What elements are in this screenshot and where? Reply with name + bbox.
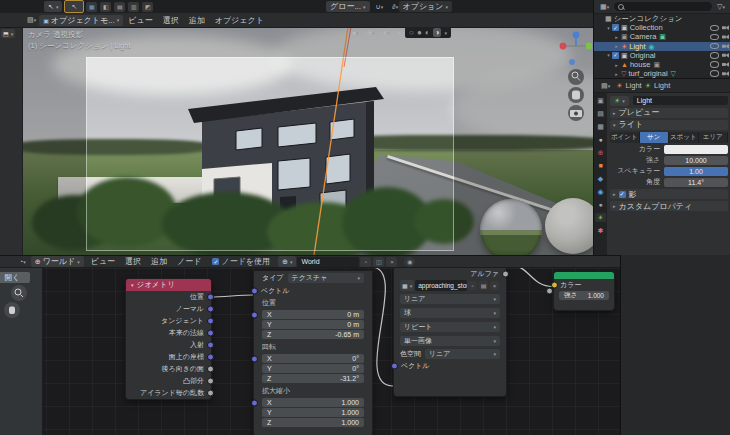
mapping-拡大縮小-X-field[interactable]: X1.000 — [262, 398, 364, 407]
geometry-output-socket[interactable] — [207, 330, 214, 337]
pin-icon[interactable]: ◉ — [404, 257, 415, 267]
mode-toggle-icon-1[interactable]: ▦ — [86, 2, 97, 12]
image-texture-node[interactable]: アルファ ▦▾ approaching_storm... ▫ ▤ × リニア▾球… — [393, 266, 507, 397]
disable-render-icon[interactable] — [722, 44, 729, 49]
image-vector-input-socket[interactable] — [391, 363, 398, 370]
camera-view-button[interactable] — [568, 105, 584, 121]
geometry-output-socket[interactable] — [207, 294, 214, 301]
viewport-menu-3[interactable]: オブジェクト — [210, 15, 269, 26]
disable-render-icon[interactable] — [722, 62, 729, 67]
outliner-row-scene-collection[interactable]: ▦シーンコレクション — [594, 14, 730, 23]
disclosure-icon[interactable]: ▾ — [605, 52, 612, 58]
background-color-input-socket[interactable] — [551, 281, 558, 288]
viewport-menu-1[interactable]: 選択 — [158, 15, 184, 26]
hide-eye-icon[interactable] — [710, 70, 719, 77]
options-dropdown[interactable]: オプション▾ — [399, 1, 452, 12]
node-editor-type-icon[interactable]: ◔▾ — [16, 256, 29, 267]
background-node[interactable]: カラー 強さ 1.000 — [553, 271, 615, 311]
light-datablock-browse[interactable]: ☀▾ — [610, 96, 629, 106]
outliner-row-camera-object[interactable]: ▸▣Camera▣ — [594, 32, 730, 41]
outliner-row-turf-object[interactable]: ▸▽turf_original▽ — [594, 69, 730, 78]
outliner-row-light-object[interactable]: ▸☀Light◉ — [594, 42, 730, 51]
outliner-item-label[interactable]: Light — [629, 42, 645, 51]
world-datablock-browse[interactable]: ⊕▾ — [278, 256, 296, 267]
mapping-拡大縮小-Z-field[interactable]: Z1.000 — [262, 418, 364, 427]
tab-modifiers-icon[interactable]: ◆ — [595, 174, 606, 183]
mode-toggle-icon-4[interactable]: ▥ — [128, 2, 139, 12]
disable-render-icon[interactable] — [722, 34, 729, 39]
light-angle-field[interactable]: 11.4° — [664, 178, 728, 187]
zoom-tool-button[interactable] — [11, 285, 27, 301]
pivot-point-icon[interactable]: ●▾ — [349, 27, 362, 38]
zoom-button[interactable] — [568, 69, 584, 85]
geometry-output-socket[interactable] — [207, 342, 214, 349]
world-datablock-name[interactable]: World — [297, 257, 359, 267]
disable-render-icon[interactable] — [722, 53, 729, 58]
panel-shadow[interactable]: ▸✓影 — [610, 189, 728, 199]
open-button[interactable]: 開く — [0, 272, 30, 283]
tab-object-icon[interactable]: ■ — [595, 161, 606, 170]
fake-user-button[interactable]: ▫ — [360, 257, 371, 267]
fake-user-button[interactable]: ▫ — [468, 281, 477, 290]
outliner-search-input[interactable] — [614, 2, 712, 11]
hide-eye-icon[interactable] — [710, 34, 719, 41]
gizmo-dropdown-icon[interactable]: ◐▾ — [380, 27, 393, 38]
tab-material-icon[interactable]: ✱ — [595, 226, 606, 235]
mapping-位置-Y-field[interactable]: Y0 m — [262, 320, 364, 329]
tool-dropdown[interactable]: ↖▾ — [44, 1, 62, 12]
tab-render-icon[interactable]: ▣ — [595, 96, 606, 105]
open-image-button[interactable]: ▤ — [479, 281, 488, 290]
pan-tool-button[interactable] — [4, 302, 20, 318]
mapping-vector-input-socket[interactable] — [251, 287, 258, 294]
unlink-button[interactable]: × — [386, 257, 397, 267]
light-color-swatch[interactable] — [664, 145, 728, 154]
light-strength-field[interactable]: 10.000 — [664, 156, 728, 165]
image-browse-dropdown[interactable]: ▦▾ — [400, 280, 414, 291]
background-strength-socket[interactable] — [546, 288, 553, 295]
pan-hand-button[interactable] — [568, 87, 584, 103]
shader-type-dropdown[interactable]: ⊕ワールド▾ — [31, 256, 84, 267]
light-type-スポット[interactable]: スポット — [669, 132, 699, 143]
geometry-output-socket[interactable] — [207, 354, 214, 361]
geometry-node[interactable]: ▾ジオメトリ 位置ノーマルタンジェント本来の法線入射面上の座標後ろ向きの面凸部分… — [125, 278, 212, 400]
geometry-node-header[interactable]: ▾ジオメトリ — [126, 279, 211, 291]
mode-toggle-icon-5[interactable]: ◩ — [142, 2, 153, 12]
node-editor-menu-1[interactable]: 選択 — [120, 256, 146, 267]
outliner-item-label[interactable]: Original — [630, 51, 656, 60]
tab-object-data-icon[interactable]: ☀ — [595, 213, 606, 222]
node-editor-menu-3[interactable]: ノード — [172, 256, 206, 267]
shading-solid-icon[interactable]: ● — [417, 28, 422, 37]
node-editor-menu-0[interactable]: ビュー — [86, 256, 120, 267]
background-node-header[interactable] — [554, 272, 614, 279]
editor-type-icon[interactable]: ▨▾ — [24, 15, 39, 26]
tab-physics-icon[interactable]: ◉ — [595, 187, 606, 196]
hide-eye-icon[interactable] — [710, 25, 719, 32]
tab-view-layer-icon[interactable]: ▦ — [595, 122, 606, 131]
collection-checkbox[interactable]: ✓ — [612, 52, 619, 59]
viewport-menu-0[interactable]: ビュー — [123, 15, 157, 26]
disclosure-icon[interactable]: ▸ — [613, 62, 620, 68]
hide-eye-icon[interactable] — [710, 61, 719, 68]
mapping-group-socket[interactable] — [251, 355, 258, 362]
light-type-ポイント[interactable]: ポイント — [610, 132, 640, 143]
mode-toggle-icon-2[interactable]: ◧ — [100, 2, 111, 12]
properties-editor-icon[interactable]: ▤▾ — [598, 80, 613, 91]
shading-material-icon[interactable]: ◐ — [425, 28, 430, 37]
transform-orientation-dropdown[interactable]: グロー...▾ — [326, 1, 370, 12]
tab-world-icon[interactable]: ⊕ — [595, 148, 606, 157]
panel-custom-properties[interactable]: ▸カスタムプロパティ — [610, 201, 728, 211]
shading-wireframe-icon[interactable]: ○ — [409, 28, 414, 37]
image-interpolation-dropdown[interactable]: リニア▾ — [400, 294, 500, 304]
disclosure-icon[interactable]: ▾ — [605, 25, 612, 31]
disable-render-icon[interactable] — [722, 71, 729, 76]
image-source-dropdown[interactable]: 単一画像▾ — [400, 336, 500, 346]
toolbar-widget[interactable]: ⬒▾ — [1, 29, 15, 38]
panel-preview[interactable]: ▸プレビュー — [610, 108, 728, 118]
outliner-item-label[interactable]: turf_original — [628, 69, 667, 78]
tab-output-icon[interactable]: ▤ — [595, 109, 606, 118]
disclosure-icon[interactable]: ▸ — [613, 34, 620, 40]
disclosure-icon[interactable]: ▸ — [613, 71, 620, 77]
tab-scene-icon[interactable]: ● — [595, 135, 606, 144]
mapping-位置-X-field[interactable]: X0 m — [262, 310, 364, 319]
geometry-output-socket[interactable] — [207, 390, 214, 397]
